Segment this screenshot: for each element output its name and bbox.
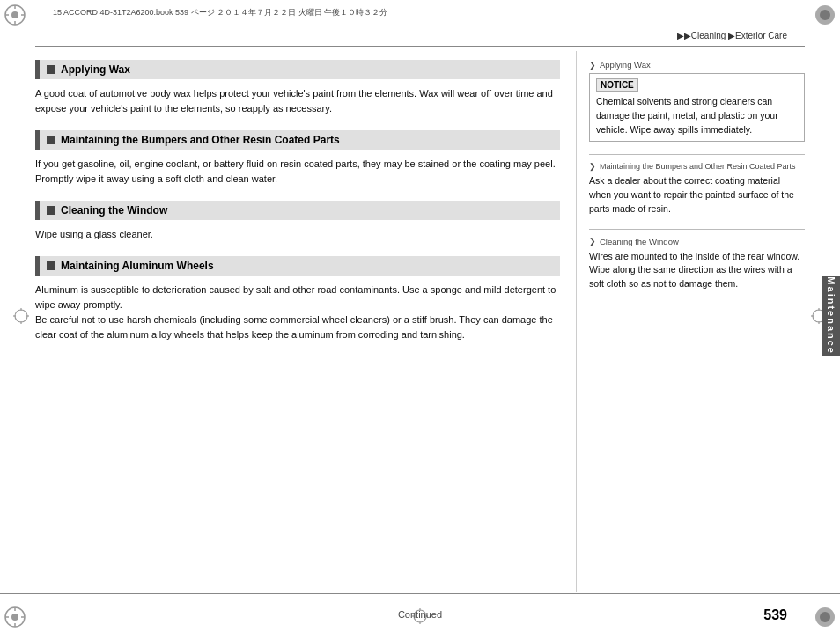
maintenance-tab: Maintenance xyxy=(822,276,840,356)
svg-point-7 xyxy=(820,10,830,20)
svg-point-16 xyxy=(15,310,27,322)
rc-section-maintaining-bumpers: ❯ Maintaining the Bumpers and Other Resi… xyxy=(589,162,805,216)
section-header-applying-wax: Applying Wax xyxy=(35,60,560,79)
svg-point-1 xyxy=(11,11,18,18)
section-icon-applying-wax xyxy=(47,65,55,74)
section-header-maintaining-bumpers: Maintaining the Bumpers and Other Resin … xyxy=(35,130,560,150)
section-body-cleaning-window: Wipe using a glass cleaner. xyxy=(35,227,560,242)
section-header-maintaining-aluminum: Maintaining Aluminum Wheels xyxy=(35,256,560,276)
left-column: Applying Wax A good coat of automotive b… xyxy=(35,51,560,592)
top-rule xyxy=(35,46,805,47)
top-bar: 15 ACCORD 4D-31T2A6200.book 539 ページ ２０１４… xyxy=(0,0,840,26)
section-icon-cleaning-window xyxy=(47,206,55,215)
page-wrapper: 15 ACCORD 4D-31T2A6200.book 539 ページ ２０１４… xyxy=(0,0,840,632)
rc-body-maintaining-bumpers: Ask a dealer about the correct coating m… xyxy=(589,174,805,216)
rc-label-cleaning-window: ❯ Cleaning the Window xyxy=(589,237,805,246)
section-header-cleaning-window: Cleaning the Window xyxy=(35,201,560,220)
right-divider-2 xyxy=(589,229,805,230)
section-icon-maintaining-aluminum xyxy=(47,261,55,270)
right-column: ❯ Applying Wax NOTICE Chemical solvents … xyxy=(576,51,805,592)
notice-box-applying-wax: NOTICE Chemical solvents and strong clea… xyxy=(589,73,805,142)
metadata-text: 15 ACCORD 4D-31T2A6200.book 539 ページ ２０１４… xyxy=(53,7,387,18)
section-icon-maintaining-bumpers xyxy=(47,136,55,144)
continued-text: Continued xyxy=(398,609,442,620)
page-number: 539 xyxy=(763,607,787,623)
section-body-maintaining-aluminum: Aluminum is susceptible to deterioration… xyxy=(35,283,560,342)
rc-section-cleaning-window: ❯ Cleaning the Window Wires are mounted … xyxy=(589,237,805,291)
crosshair-left xyxy=(12,307,30,325)
section-body-maintaining-bumpers: If you get gasoline, oil, engine coolant… xyxy=(35,157,560,187)
arrow-icon-window: ❯ xyxy=(589,237,596,246)
right-divider-1 xyxy=(589,154,805,155)
bottom-bar: Continued 539 xyxy=(0,593,840,632)
breadcrumb: ▶▶Cleaning ▶Exterior Care xyxy=(677,31,787,40)
rc-section-applying-wax: ❯ Applying Wax NOTICE Chemical solvents … xyxy=(589,60,805,142)
rc-body-cleaning-window: Wires are mounted to the inside of the r… xyxy=(589,250,805,291)
content-area: Applying Wax A good coat of automotive b… xyxy=(35,51,805,592)
arrow-icon-bumpers: ❯ xyxy=(589,162,596,171)
corner-decoration-tr xyxy=(813,3,837,27)
section-body-applying-wax: A good coat of automotive body wax helps… xyxy=(35,86,560,116)
rc-label-maintaining-bumpers: ❯ Maintaining the Bumpers and Other Resi… xyxy=(589,162,805,171)
notice-title: NOTICE xyxy=(596,78,638,92)
arrow-icon-applying-wax: ❯ xyxy=(589,61,596,70)
corner-decoration-tl xyxy=(3,3,27,27)
notice-body: Chemical solvents and strong cleaners ca… xyxy=(596,95,798,136)
rc-label-applying-wax: ❯ Applying Wax xyxy=(589,60,805,70)
